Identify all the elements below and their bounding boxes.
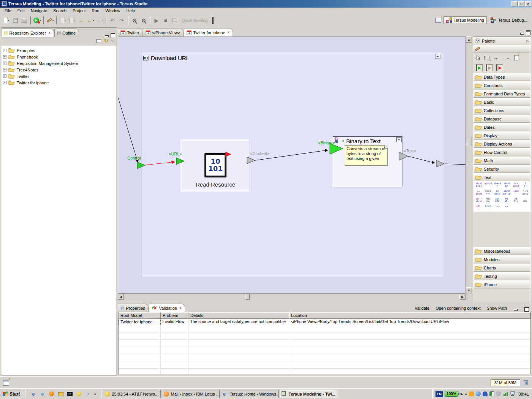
tree-item-requisition[interactable]: + Requisition Management System [3,60,116,66]
prev-annotation-button[interactable]: ▾ [68,16,77,25]
expand-icon[interactable]: + [3,74,6,78]
close-icon[interactable]: × [228,30,230,35]
binary-to-text-node[interactable]: 01 AB ▼ Binary to Text − Converts a stre… [333,136,402,187]
drawer-charts[interactable]: Charts [473,264,530,272]
text-tool[interactable]: ab=cd ? [493,182,502,188]
expand-icon[interactable]: + [3,49,6,52]
volume-tray-icon[interactable] [496,391,501,396]
note-tool-icon[interactable] [514,55,518,60]
drawer-miscellaneous[interactable]: Miscellaneous [473,247,530,255]
horizontal-scrollbar[interactable]: ◀ ▶ [118,293,466,300]
text-tool[interactable]: *<> [493,205,502,211]
next-annotation-button[interactable]: ▾ [59,16,68,25]
text-tool[interactable]: html [484,205,493,211]
drawer-modules[interactable]: Modules [473,255,530,263]
drawer-text[interactable]: Text [473,173,530,181]
data-slot-tool[interactable]: ▶ [486,64,493,71]
start-server-button[interactable]: ▶ [152,16,161,25]
launch-firefox-icon[interactable] [48,391,55,397]
task-tersus-home[interactable]: e Tersus: Home - Windows... [221,390,279,398]
hosting-button[interactable] [170,16,179,25]
menu-search[interactable]: Search [50,8,70,13]
collapse-node-button[interactable]: − [396,137,402,142]
text-tool[interactable]: URL ← [474,205,483,211]
drawer-constants[interactable]: Constants [473,81,530,89]
battery-indicator[interactable]: 100% [445,391,458,397]
menu-edit[interactable]: Edit [14,8,28,13]
print-button[interactable] [20,16,29,25]
text-tool[interactable]: ? cd abcd [521,190,530,195]
cell-problem[interactable]: Invalid Flow [161,319,188,325]
drawer-security[interactable]: Security [473,165,530,173]
text-tool[interactable]: → URL [521,198,530,203]
tree-item-twitter-for-iphone[interactable]: + Twitter for iphone [3,79,116,86]
read-resource-node[interactable]: 10 101 Read Resource [181,140,250,191]
garbage-collect-icon[interactable] [523,380,528,385]
text-tool[interactable]: ab ? abcd [474,198,483,203]
back-history-new-button[interactable]: ← [77,16,86,25]
scroll-right-icon[interactable]: ▶ [459,294,466,300]
expand-icon[interactable]: + [3,55,6,59]
collapse-all-button[interactable]: − [97,39,101,43]
menu-file[interactable]: File [2,8,14,13]
text-tool[interactable]: ab+cd [484,182,493,188]
refresh-button[interactable]: ↻ [104,39,108,43]
tab-validation[interactable]: ✔ ✘ Validation × [149,304,185,312]
open-perspective-icon[interactable] [435,18,441,23]
zoom-out-button[interactable]: − [139,16,148,25]
updater-tray-icon[interactable] [483,391,488,396]
model-canvas[interactable]: Download URL − 10 101 Read Resource 01 A… [118,36,466,293]
drawer-formatted-data-types[interactable]: Formatted Data Types [473,90,530,98]
text-tool[interactable]: abcd ab cd [502,190,511,195]
text-tool[interactable]: ←→ abcd [474,190,483,195]
text-tool[interactable]: ? [] [521,182,530,188]
tab-outline[interactable]: ▤ Outline [54,28,79,37]
task-att-network[interactable]: 25:03:54 - AT&T Netwo... [103,390,161,398]
text-tool[interactable]: abcd #123 [474,182,483,188]
column-root-model[interactable]: Root Model [119,312,161,319]
task-tersus-modeling[interactable]: Tersus Modeling - Twi... [280,390,337,398]
drawer-flow-control[interactable]: Flow Control [473,148,530,156]
launch-itunes-icon[interactable]: ♪ [85,391,91,397]
text-tool[interactable]: ✂ABC [511,190,521,195]
palette-pin-icon[interactable]: ▷ [526,39,529,43]
network-tray-icon[interactable] [510,391,515,397]
zoom-in-button[interactable]: + [130,16,139,25]
text-tool[interactable]: 01 AB↓ [502,198,511,203]
fast-view-icon[interactable] [3,380,9,386]
tab-twitter-for-iphone[interactable]: Twitter for iphone × [184,28,233,36]
note-annotation[interactable]: Converts a stream of bytes to a string o… [345,145,388,166]
text-tool[interactable]: abcd *+? [484,190,493,195]
menu-project[interactable]: Project [70,8,89,13]
menu-run[interactable]: Run [89,8,102,13]
text-tool[interactable]: in abcd [493,190,502,195]
expand-icon[interactable]: + [3,81,6,84]
stop-server-button[interactable]: ■ [161,16,170,25]
trigger-slot-tool[interactable]: ▶ [476,64,483,71]
validate-button[interactable]: Validate [415,306,429,310]
text-tool[interactable]: abcd bc [502,182,511,188]
view-menu-button[interactable]: ▽ [111,39,114,43]
scroll-down-icon[interactable]: ▼ [466,287,472,293]
tab-twitter[interactable]: Twitter [118,28,142,36]
launch-cmd-icon[interactable]: C:\ [66,391,73,397]
drawer-iphone[interactable]: iPhone [473,280,530,288]
drawer-testing[interactable]: Testing [473,272,530,280]
text-tool[interactable]: bc⌕ abcd [511,182,521,188]
minimize-view-button[interactable] [104,33,109,37]
text-tool[interactable]: AB 01↓ [511,198,521,203]
maximize-view-button[interactable] [110,33,115,37]
maximize-view-button[interactable] [524,306,529,310]
tray-collapse-icon[interactable]: « [465,392,467,396]
table-row[interactable]: Twitter for iphone Invalid Flow The sour… [119,319,530,325]
tab-iphone-view[interactable]: <iPhone View> [143,28,184,36]
close-icon[interactable]: × [179,306,182,310]
decorate-dropdown-icon[interactable]: ▾ [52,19,54,22]
launch-browser-icon[interactable]: e [39,391,46,397]
vertical-scroll-thumb[interactable] [466,137,472,145]
expand-icon[interactable]: + [3,68,6,71]
minimize-button[interactable]: _ [511,1,518,6]
exit-slot-tool[interactable]: ▶ [496,64,503,71]
open-containing-context-button[interactable]: Open containing context [435,306,481,310]
drawer-math[interactable]: Math [473,157,530,165]
